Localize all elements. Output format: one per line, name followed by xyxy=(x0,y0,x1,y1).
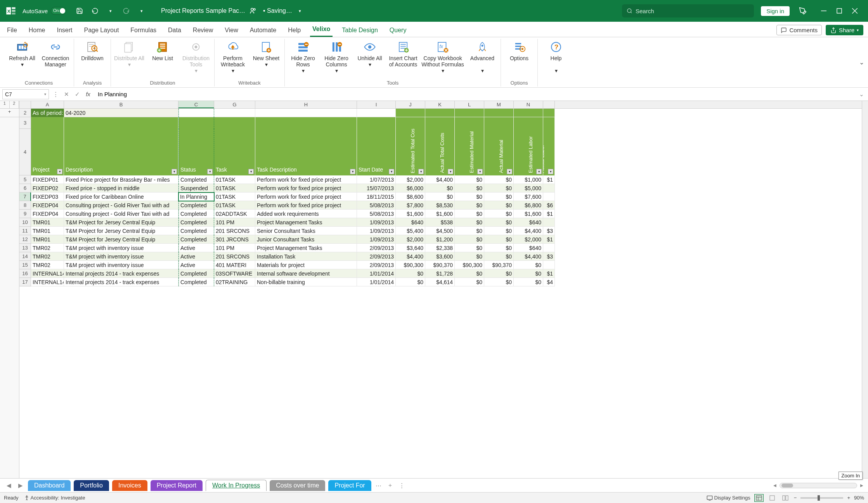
cell-project[interactable]: TMR02 xyxy=(31,244,64,252)
tab-home[interactable]: Home xyxy=(26,24,48,37)
view-page-layout-icon[interactable] xyxy=(768,494,777,502)
cell-project[interactable]: FIXEDP01 xyxy=(31,175,64,184)
hdr-task[interactable]: Task▾ xyxy=(214,129,255,175)
cell-status[interactable]: Completed xyxy=(178,210,214,218)
cell-status[interactable]: Completed xyxy=(178,227,214,235)
cell-act-lab[interactable] xyxy=(543,218,555,227)
hdr-act-mat[interactable]: Actual Material▾ xyxy=(484,129,514,175)
tab-insert[interactable]: Insert xyxy=(54,24,74,37)
filter-icon[interactable]: ▾ xyxy=(57,169,62,174)
hdr-act-lab[interactable]: Actual Labor▾ xyxy=(543,129,555,175)
cell-est-mat[interactable]: $0 xyxy=(455,184,484,193)
tab-table-design[interactable]: Table Design xyxy=(340,24,380,37)
zoom-level[interactable]: 90% xyxy=(854,495,864,501)
cell-status[interactable]: Active xyxy=(178,244,214,252)
connection-manager-button[interactable]: Connection Manager xyxy=(40,39,71,68)
cell-est-mat[interactable]: $0 xyxy=(455,278,484,286)
cell-project[interactable]: FIXEDP02 xyxy=(31,184,64,193)
cell-project[interactable]: FIXEDP04 xyxy=(31,201,64,210)
cell-task[interactable]: 301 JRCONS xyxy=(214,235,255,244)
hdr-start-date[interactable]: Start Date▾ xyxy=(357,129,396,175)
cell-act-lab[interactable]: $1 xyxy=(543,235,555,244)
advanced-button[interactable]: Advanced▾ xyxy=(467,39,497,74)
col-C[interactable]: C xyxy=(178,101,214,108)
cell-act-lab[interactable]: $3 xyxy=(543,227,555,235)
cell-start-date[interactable]: 1/01/2014 xyxy=(357,278,396,286)
sheet-wip[interactable]: Work In Progress xyxy=(206,480,267,491)
outline-level-1[interactable]: 1 xyxy=(0,101,10,108)
hdr-task-desc[interactable]: Task Description▾ xyxy=(255,129,357,175)
cell-act-mat[interactable]: $90,370 xyxy=(484,261,514,269)
cell-start-date[interactable]: 5/08/2013 xyxy=(357,201,396,210)
cell-description[interactable]: T&M Project for Jersey Central Equip xyxy=(64,227,178,235)
cell-task[interactable]: 01TASK xyxy=(214,201,255,210)
expand-formula-icon[interactable]: ⌄ xyxy=(857,90,866,99)
cell-description[interactable]: Consulting project - Gold River Taxi wit… xyxy=(64,210,178,218)
comments-button[interactable]: Comments xyxy=(776,25,822,35)
row-header-11[interactable]: 11 xyxy=(19,227,31,235)
cell-start-date[interactable]: 1/09/2013 xyxy=(357,235,396,244)
cell-status[interactable]: Active xyxy=(178,261,214,269)
col-O[interactable] xyxy=(543,101,555,108)
search-input[interactable] xyxy=(636,8,749,14)
close-icon[interactable] xyxy=(849,5,860,16)
cell-act-total[interactable]: $1,200 xyxy=(425,235,455,244)
cell-est-lab[interactable]: $5,000 xyxy=(514,184,543,193)
cell-act-total[interactable]: $4,500 xyxy=(425,227,455,235)
cell-start-date[interactable]: 1/09/2013 xyxy=(357,218,396,227)
filter-icon[interactable]: ▾ xyxy=(448,169,453,174)
sheet-forecast[interactable]: Project For xyxy=(328,480,371,491)
cell-description[interactable]: Internal projects 2014 - track expenses xyxy=(64,269,178,278)
search-box[interactable] xyxy=(622,4,754,17)
cell-act-mat[interactable]: $0 xyxy=(484,227,514,235)
cell-status[interactable]: Completed xyxy=(178,201,214,210)
cell-start-date[interactable]: 18/11/2015 xyxy=(357,193,396,201)
cell-est-lab[interactable]: $0 xyxy=(514,269,543,278)
cell-task-desc[interactable]: Perform work for fixed price project xyxy=(255,193,357,201)
row-header-14[interactable]: 14 xyxy=(19,252,31,261)
cell-act-mat[interactable]: $0 xyxy=(484,235,514,244)
cell-description[interactable]: T&M project with inventory issue xyxy=(64,252,178,261)
cell-est-total[interactable]: $7,800 xyxy=(396,201,425,210)
collapse-ribbon-icon[interactable]: ⌄ xyxy=(859,59,864,66)
cell-task-desc[interactable]: Perform work for fixed price project xyxy=(255,184,357,193)
cell-status[interactable]: Completed xyxy=(178,269,214,278)
cell-act-mat[interactable]: $0 xyxy=(484,269,514,278)
col-L[interactable]: L xyxy=(455,101,484,108)
signin-button[interactable]: Sign in xyxy=(761,6,790,16)
cell-act-total[interactable]: $0 xyxy=(425,184,455,193)
cell-description[interactable]: Internal projects 2014 - track expenses xyxy=(64,278,178,286)
cell-act-lab[interactable] xyxy=(543,184,555,193)
cell-start-date[interactable]: 1/01/2014 xyxy=(357,269,396,278)
hscroll-right-icon[interactable]: ▶ xyxy=(860,483,863,487)
cell-act-mat[interactable]: $0 xyxy=(484,278,514,286)
cell-status[interactable]: Completed xyxy=(178,175,214,184)
perform-writeback-button[interactable]: Perform Writeback ▾ xyxy=(218,39,248,74)
cell-start-date[interactable]: 2/09/2013 xyxy=(357,244,396,252)
cell-est-total[interactable]: $640 xyxy=(396,218,425,227)
cell-est-mat[interactable]: $0 xyxy=(455,244,484,252)
row-header-17[interactable]: 17 xyxy=(19,278,31,286)
title-menu-icon[interactable]: ▾ xyxy=(295,5,305,16)
row-header-3[interactable]: 3 xyxy=(19,117,31,129)
cell-act-total[interactable]: $90,370 xyxy=(425,261,455,269)
new-sheet-icon[interactable]: ＋ xyxy=(386,481,395,490)
cell-est-lab[interactable]: $7,600 xyxy=(514,193,543,201)
row-header-2[interactable]: 2 xyxy=(19,109,31,117)
outline-expand[interactable]: + xyxy=(0,109,19,117)
cell-act-lab[interactable]: $1 xyxy=(543,210,555,218)
row-header-5[interactable]: 5 xyxy=(19,175,31,184)
row-header-12[interactable]: 12 xyxy=(19,235,31,244)
cell-task[interactable]: 401 MATERI xyxy=(214,261,255,269)
cell-task-desc[interactable]: Perform work for fixed price project xyxy=(255,201,357,210)
cell-est-total[interactable]: $4,400 xyxy=(396,252,425,261)
cell-est-total[interactable]: $1,600 xyxy=(396,210,425,218)
cell-est-lab[interactable]: $640 xyxy=(514,218,543,227)
filter-icon[interactable]: ▾ xyxy=(350,169,355,174)
hdr-act-total[interactable]: Actual Total Costs▾ xyxy=(425,129,455,175)
fb-menu-icon[interactable]: ⋮ xyxy=(51,90,60,99)
cell-start-date[interactable]: 2/09/2013 xyxy=(357,261,396,269)
options-button[interactable]: Options xyxy=(504,39,534,61)
sheet-invoices[interactable]: Invoices xyxy=(112,480,147,491)
cell-act-total[interactable]: $4,614 xyxy=(425,278,455,286)
